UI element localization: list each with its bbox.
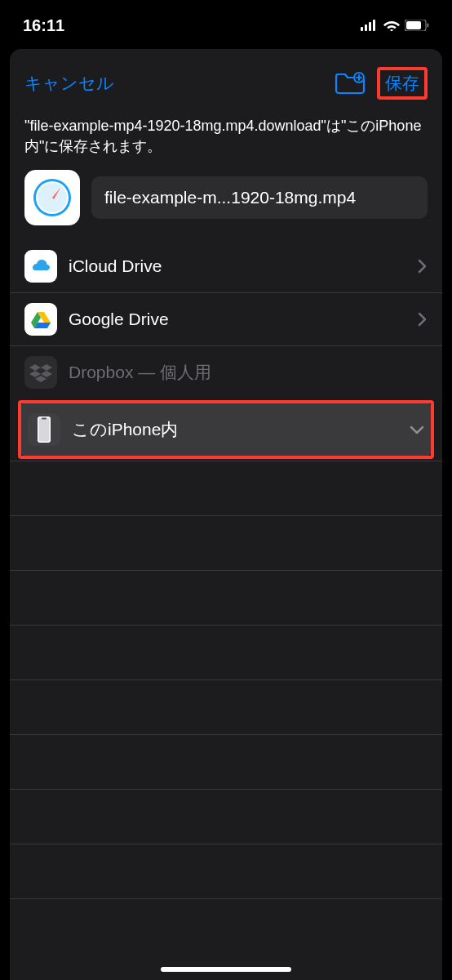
- empty-row: [10, 734, 442, 789]
- empty-row: [10, 515, 442, 570]
- svg-marker-21: [29, 364, 41, 371]
- battery-icon: [405, 20, 429, 31]
- svg-rect-6: [428, 24, 429, 28]
- file-thumbnail: [24, 170, 80, 225]
- location-label: このiPhone内: [72, 418, 398, 441]
- svg-marker-23: [29, 371, 41, 377]
- chevron-down-icon: [410, 425, 424, 434]
- empty-row: [10, 679, 442, 734]
- location-icloud[interactable]: iCloud Drive: [10, 240, 442, 292]
- empty-row: [10, 461, 442, 515]
- empty-row: [10, 844, 442, 898]
- nav-bar: キャンセル 保存: [10, 49, 442, 113]
- safari-icon: [33, 178, 72, 217]
- svg-marker-22: [41, 364, 52, 371]
- svg-rect-5: [406, 21, 421, 29]
- iphone-icon: [28, 413, 60, 446]
- dropbox-icon: [24, 356, 57, 389]
- new-folder-icon[interactable]: [335, 71, 366, 96]
- location-label: Dropbox — 個人用: [69, 361, 428, 384]
- svg-marker-25: [35, 376, 47, 382]
- svg-rect-2: [369, 22, 371, 31]
- save-sheet: キャンセル 保存 "file-example-mp4-1920-18mg.mp4…: [10, 49, 442, 980]
- svg-rect-28: [42, 418, 47, 420]
- save-description: "file-example-mp4-1920-18mg.mp4.download…: [10, 113, 442, 170]
- chevron-right-icon: [418, 259, 428, 274]
- empty-rows: [10, 461, 442, 953]
- empty-row: [10, 789, 442, 844]
- save-button-highlight: 保存: [377, 67, 428, 100]
- cancel-button[interactable]: キャンセル: [24, 72, 114, 95]
- location-iphone[interactable]: このiPhone内: [21, 403, 431, 456]
- svg-marker-24: [41, 371, 52, 377]
- svg-rect-3: [373, 20, 375, 31]
- chevron-right-icon: [418, 312, 428, 327]
- gdrive-icon: [24, 303, 57, 336]
- status-icons: [361, 20, 429, 31]
- location-iphone-highlight: このiPhone内: [18, 400, 434, 459]
- location-label: Google Drive: [69, 310, 406, 329]
- status-bar: 16:11: [0, 0, 452, 41]
- svg-rect-0: [361, 27, 363, 31]
- svg-rect-27: [39, 418, 50, 442]
- location-label: iCloud Drive: [69, 256, 406, 276]
- location-gdrive[interactable]: Google Drive: [10, 292, 442, 345]
- svg-rect-1: [365, 24, 367, 31]
- location-list: iCloud Drive Google Drive Dropbox — 個人用: [10, 240, 442, 953]
- save-button[interactable]: 保存: [385, 72, 419, 95]
- signal-icon: [361, 20, 379, 31]
- file-row: file-example-m...1920-18mg.mp4: [10, 170, 442, 240]
- status-time: 16:11: [23, 16, 64, 35]
- empty-row: [10, 625, 442, 679]
- home-indicator[interactable]: [161, 967, 291, 972]
- filename-input[interactable]: file-example-m...1920-18mg.mp4: [91, 176, 428, 219]
- wifi-icon: [383, 20, 400, 31]
- empty-row: [10, 570, 442, 625]
- location-dropbox: Dropbox — 個人用: [10, 345, 442, 399]
- icloud-icon: [24, 250, 57, 283]
- empty-row: [10, 898, 442, 953]
